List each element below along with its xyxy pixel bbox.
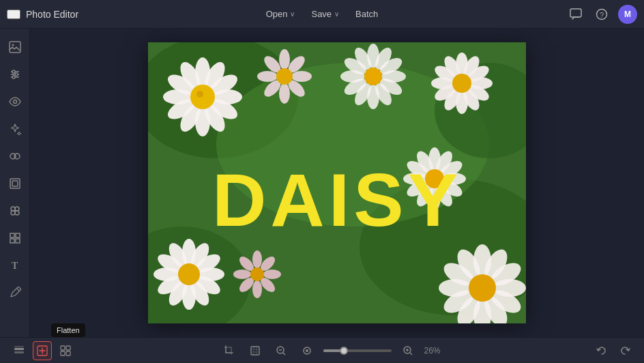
svg-text:DAISY: DAISY	[212, 158, 462, 242]
svg-point-11	[13, 100, 16, 104]
svg-line-146	[283, 353, 285, 355]
topbar-right: ? M	[385, 5, 637, 24]
sidebar-tool-draw[interactable]	[3, 281, 27, 304]
svg-rect-3	[10, 42, 20, 53]
sidebar: T	[0, 29, 30, 337]
svg-point-4	[12, 44, 14, 46]
svg-rect-22	[10, 239, 14, 243]
undo-button[interactable]	[592, 341, 611, 360]
svg-point-91	[291, 71, 312, 82]
sidebar-tool-effects[interactable]	[3, 145, 27, 168]
svg-point-101	[263, 270, 281, 279]
svg-point-10	[12, 76, 15, 78]
svg-point-93	[279, 83, 290, 104]
svg-point-45	[196, 91, 203, 98]
svg-point-99	[252, 250, 262, 268]
zoom-reset-button[interactable]	[297, 341, 317, 360]
avatar[interactable]: M	[618, 5, 637, 24]
layers-toggle-button[interactable]	[10, 341, 29, 360]
svg-point-59	[452, 74, 471, 93]
svg-rect-20	[10, 233, 14, 237]
open-chevron: ∨	[290, 10, 295, 18]
svg-text:?: ?	[600, 11, 604, 19]
svg-point-16	[11, 207, 15, 211]
svg-point-19	[15, 207, 19, 211]
topbar-left: Photo Editor	[7, 9, 259, 20]
sidebar-tool-graphics[interactable]	[3, 227, 27, 250]
svg-point-13	[14, 154, 20, 159]
sidebar-tool-text[interactable]: T	[3, 254, 27, 277]
sidebar-tool-elements[interactable]	[3, 199, 27, 222]
svg-rect-15	[12, 181, 18, 186]
grid-button[interactable]	[56, 341, 75, 360]
svg-rect-141	[61, 351, 65, 355]
svg-rect-0	[570, 9, 581, 17]
svg-rect-140	[66, 346, 70, 350]
redo-button[interactable]	[615, 341, 634, 360]
svg-rect-21	[16, 233, 20, 237]
svg-point-103	[252, 280, 262, 298]
svg-point-89	[279, 49, 290, 70]
save-button[interactable]: Save ∨	[304, 6, 346, 22]
menu-button[interactable]	[7, 10, 20, 19]
svg-point-6	[12, 70, 15, 73]
topbar-center: Open ∨ Save ∨ Batch	[259, 6, 385, 22]
svg-point-73	[178, 263, 200, 285]
batch-button[interactable]: Batch	[349, 6, 385, 22]
app-title: Photo Editor	[26, 9, 78, 20]
canvas-image: DAISY	[148, 42, 526, 323]
svg-point-44	[190, 85, 215, 109]
svg-rect-23	[16, 239, 20, 243]
main-area: T	[0, 29, 644, 337]
svg-rect-142	[66, 351, 70, 355]
bottom-left-tools	[10, 341, 75, 360]
svg-point-107	[250, 267, 264, 281]
svg-rect-14	[10, 179, 20, 188]
svg-point-17	[15, 211, 19, 215]
svg-rect-136	[14, 351, 24, 353]
svg-point-120	[364, 68, 382, 85]
zoom-out-button[interactable]	[272, 341, 291, 360]
bottom-center-zoom: 26%	[80, 341, 587, 360]
topbar: Photo Editor Open ∨ Save ∨ Batch ? M	[0, 0, 644, 29]
svg-rect-143	[251, 347, 259, 355]
flatten-button[interactable]	[33, 341, 52, 360]
chat-button[interactable]	[566, 5, 585, 24]
zoom-percent: 26%	[424, 346, 448, 355]
bottom-right-actions	[592, 341, 634, 360]
sidebar-tool-adjustments[interactable]	[3, 63, 27, 86]
svg-point-18	[11, 211, 15, 215]
svg-point-95	[257, 71, 278, 82]
svg-point-148	[306, 349, 308, 352]
open-button[interactable]: Open ∨	[259, 6, 302, 22]
sidebar-tool-view[interactable]	[3, 90, 27, 113]
svg-text:T: T	[12, 261, 18, 271]
help-button[interactable]: ?	[592, 5, 611, 24]
svg-rect-139	[61, 346, 65, 350]
zoom-in-button[interactable]	[398, 341, 418, 360]
svg-point-87	[469, 274, 496, 302]
crop-button[interactable]	[220, 341, 239, 360]
bottombar: Flatten	[0, 337, 644, 363]
sidebar-tool-image[interactable]	[3, 35, 27, 59]
crop-alt-button[interactable]	[246, 341, 265, 360]
zoom-slider[interactable]	[323, 349, 392, 352]
svg-rect-137	[14, 346, 24, 347]
svg-point-97	[276, 68, 293, 85]
svg-rect-135	[14, 348, 24, 350]
save-chevron: ∨	[334, 10, 339, 18]
canvas-area: DAISY	[30, 29, 644, 337]
sidebar-tool-frame[interactable]	[3, 172, 27, 195]
svg-point-105	[233, 270, 251, 279]
sidebar-tool-magic[interactable]	[3, 117, 27, 141]
svg-line-152	[410, 353, 412, 355]
svg-point-8	[15, 73, 18, 76]
